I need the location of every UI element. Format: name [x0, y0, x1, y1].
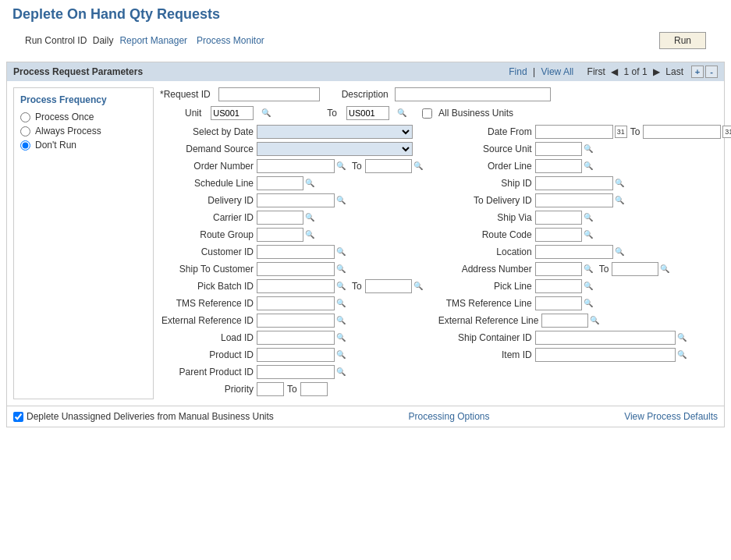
request-id-input[interactable]: [218, 87, 320, 101]
field-ship-to-customer: Ship To Customer: [160, 262, 426, 276]
product-id-input[interactable]: [257, 348, 335, 362]
ext-ref-id-input[interactable]: [257, 314, 335, 328]
run-button[interactable]: Run: [659, 32, 706, 49]
ext-ref-line-label: External Reference Line: [438, 315, 539, 326]
ship-via-lookup[interactable]: [584, 211, 596, 224]
schedule-line-lookup[interactable]: [305, 177, 318, 190]
field-ship-via: Ship Via: [438, 211, 731, 225]
ext-ref-id-lookup[interactable]: [336, 314, 349, 327]
tms-ref-line-lookup[interactable]: [584, 297, 596, 310]
customer-id-lookup[interactable]: [336, 246, 349, 258]
carrier-id-lookup[interactable]: [305, 211, 318, 224]
item-id-lookup[interactable]: [677, 349, 690, 361]
date-from-input[interactable]: [535, 125, 613, 139]
to-delivery-id-input[interactable]: [535, 193, 613, 207]
priority-input[interactable]: [257, 382, 284, 396]
load-id-input[interactable]: [257, 331, 335, 345]
route-group-input[interactable]: [257, 228, 303, 242]
location-input[interactable]: [535, 245, 613, 259]
ext-ref-id-label: External Reference ID: [160, 315, 254, 326]
pick-batch-id-lookup[interactable]: [336, 280, 349, 292]
select-by-date-select[interactable]: [257, 125, 413, 139]
pick-batch-id-input[interactable]: [257, 279, 335, 293]
next-icon[interactable]: ▶: [653, 66, 660, 77]
order-line-lookup[interactable]: [584, 160, 596, 172]
delivery-id-input[interactable]: [257, 193, 335, 207]
report-manager-link[interactable]: Report Manager: [119, 35, 187, 46]
address-to-lookup[interactable]: [660, 263, 672, 275]
row-unit: Unit To All Business Units: [160, 106, 731, 120]
delivery-id-lookup[interactable]: [336, 194, 349, 207]
order-line-input[interactable]: [535, 159, 582, 173]
processing-options-link[interactable]: Processing Options: [408, 411, 489, 422]
ship-container-id-lookup[interactable]: [677, 331, 690, 344]
address-number-input[interactable]: [535, 262, 582, 276]
unit-input[interactable]: [211, 106, 254, 120]
pick-line-input[interactable]: [535, 279, 582, 293]
process-frequency-title: Process Frequency: [20, 94, 147, 105]
radio-dont-run-input[interactable]: [20, 140, 30, 151]
ext-ref-line-lookup[interactable]: [590, 314, 602, 327]
tms-ref-line-input[interactable]: [535, 296, 582, 310]
address-number-lookup[interactable]: [584, 263, 596, 275]
order-number-to-lookup[interactable]: [413, 160, 426, 172]
source-unit-lookup[interactable]: [584, 143, 596, 155]
field-parent-product-id: Parent Product ID: [160, 365, 426, 379]
carrier-id-input[interactable]: [257, 211, 303, 225]
ship-id-input[interactable]: [535, 176, 613, 190]
demand-source-select[interactable]: [257, 142, 413, 156]
tms-ref-id-input[interactable]: [257, 296, 335, 310]
find-link[interactable]: Find: [509, 66, 527, 77]
ship-to-customer-lookup[interactable]: [336, 263, 349, 275]
run-control-bar: Run Control ID Daily Report Manager Proc…: [12, 29, 719, 52]
to-order-label: To: [352, 161, 362, 172]
route-code-input[interactable]: [535, 228, 582, 242]
route-code-lookup[interactable]: [584, 229, 596, 241]
to-unit-lookup-icon[interactable]: [397, 107, 410, 119]
ext-ref-line-input[interactable]: [541, 314, 588, 328]
priority-to-input[interactable]: [300, 382, 328, 396]
schedule-line-input[interactable]: [257, 176, 303, 190]
field-pick-batch-id: Pick Batch ID To: [160, 279, 426, 293]
source-unit-label: Source Unit: [438, 144, 532, 154]
to-unit-input[interactable]: [346, 106, 389, 120]
parent-product-id-input[interactable]: [257, 365, 335, 379]
tms-ref-id-lookup[interactable]: [336, 297, 349, 310]
view-process-defaults-link[interactable]: View Process Defaults: [624, 411, 718, 422]
order-number-lookup[interactable]: [336, 160, 349, 172]
product-id-lookup[interactable]: [336, 349, 349, 361]
source-unit-input[interactable]: [535, 142, 582, 156]
date-to-input[interactable]: [643, 125, 721, 139]
date-to-calendar[interactable]: 31: [722, 126, 731, 138]
all-business-units-checkbox[interactable]: [422, 108, 432, 119]
radio-process-once-input[interactable]: [20, 112, 30, 122]
remove-button[interactable]: -: [705, 66, 718, 78]
order-number-input[interactable]: [257, 159, 335, 173]
date-from-calendar[interactable]: 31: [615, 126, 627, 138]
ship-via-input[interactable]: [535, 211, 582, 225]
prev-icon[interactable]: ◀: [611, 66, 618, 77]
ship-id-lookup[interactable]: [615, 177, 627, 190]
item-id-input[interactable]: [535, 348, 676, 362]
address-to-input[interactable]: [612, 262, 658, 276]
pick-line-lookup[interactable]: [584, 280, 596, 292]
order-number-to-input[interactable]: [365, 159, 412, 173]
pick-batch-id-to-input[interactable]: [365, 279, 412, 293]
unit-lookup-icon[interactable]: [261, 107, 274, 119]
add-button[interactable]: +: [691, 66, 704, 78]
ship-to-customer-input[interactable]: [257, 262, 335, 276]
to-delivery-id-lookup[interactable]: [615, 194, 627, 207]
parent-product-id-lookup[interactable]: [336, 366, 349, 378]
deplete-checkbox[interactable]: [13, 412, 23, 422]
pick-batch-to-lookup[interactable]: [413, 280, 426, 292]
field-source-unit: Source Unit: [438, 142, 731, 156]
customer-id-input[interactable]: [257, 245, 335, 259]
location-lookup[interactable]: [615, 246, 627, 258]
ship-container-id-input[interactable]: [535, 331, 676, 345]
process-monitor-link[interactable]: Process Monitor: [197, 35, 264, 46]
view-all-link[interactable]: View All: [541, 66, 573, 77]
route-group-lookup[interactable]: [305, 229, 318, 241]
load-id-lookup[interactable]: [336, 331, 349, 344]
radio-always-process-input[interactable]: [20, 126, 30, 136]
description-input[interactable]: [395, 87, 551, 101]
